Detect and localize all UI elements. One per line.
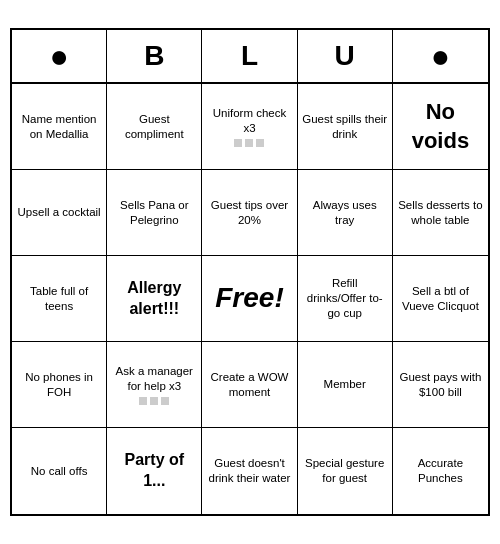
bingo-cell-1[interactable]: Guest compliment <box>107 84 202 170</box>
bingo-cell-6[interactable]: Sells Pana or Pelegrino <box>107 170 202 256</box>
header-col4: U <box>298 30 393 82</box>
bingo-cell-16[interactable]: Ask a manager for help x3 <box>107 342 202 428</box>
bingo-cell-18[interactable]: Member <box>298 342 393 428</box>
bingo-cell-4[interactable]: No voids <box>393 84 488 170</box>
bingo-cell-23[interactable]: Special gesture for guest <box>298 428 393 514</box>
header-col3: L <box>202 30 297 82</box>
bingo-cell-3[interactable]: Guest spills their drink <box>298 84 393 170</box>
header-col5: ● <box>393 30 488 82</box>
bingo-cell-9[interactable]: Sells desserts to whole table <box>393 170 488 256</box>
bingo-cell-15[interactable]: No phones in FOH <box>12 342 107 428</box>
bingo-cell-19[interactable]: Guest pays with $100 bill <box>393 342 488 428</box>
bingo-cell-24[interactable]: Accurate Punches <box>393 428 488 514</box>
bingo-cell-21[interactable]: Party of 1... <box>107 428 202 514</box>
bingo-header: ● B L U ● <box>12 30 488 84</box>
bingo-cell-2[interactable]: Uniform check x3 <box>202 84 297 170</box>
bingo-cell-17[interactable]: Create a WOW moment <box>202 342 297 428</box>
bingo-card: ● B L U ● Name mention on MedalliaGuest … <box>10 28 490 516</box>
bingo-cell-0[interactable]: Name mention on Medallia <box>12 84 107 170</box>
bingo-cell-11[interactable]: Allergy alert!!! <box>107 256 202 342</box>
header-col2: B <box>107 30 202 82</box>
header-col1: ● <box>12 30 107 82</box>
bingo-cell-5[interactable]: Upsell a cocktail <box>12 170 107 256</box>
bingo-grid: Name mention on MedalliaGuest compliment… <box>12 84 488 514</box>
bingo-cell-7[interactable]: Guest tips over 20% <box>202 170 297 256</box>
bingo-cell-13[interactable]: Refill drinks/Offer to-go cup <box>298 256 393 342</box>
bingo-cell-20[interactable]: No call offs <box>12 428 107 514</box>
bingo-cell-14[interactable]: Sell a btl of Vueve Clicquot <box>393 256 488 342</box>
bingo-cell-22[interactable]: Guest doesn't drink their water <box>202 428 297 514</box>
bingo-cell-8[interactable]: Always uses tray <box>298 170 393 256</box>
bingo-cell-10[interactable]: Table full of teens <box>12 256 107 342</box>
bingo-cell-12[interactable]: Free! <box>202 256 297 342</box>
